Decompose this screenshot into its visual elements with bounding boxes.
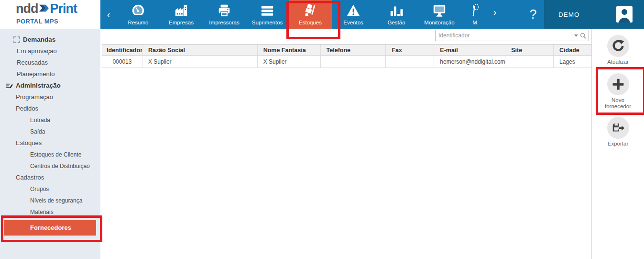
export-button[interactable]: Exportar xyxy=(599,117,637,147)
nav-label: Suprimentos xyxy=(252,20,283,25)
column-header-razao-social[interactable]: Razão Social xyxy=(142,45,258,56)
action-label: Exportar xyxy=(599,141,637,147)
new-supplier-button[interactable]: Novo fornecedor xyxy=(599,73,637,110)
sidebar-item-niveis-de-seguranca[interactable]: Níveis de segurança xyxy=(0,195,100,206)
column-header-cidade[interactable]: Cidade xyxy=(554,45,591,56)
sidebar-item-fornecedores[interactable]: Fornecedores xyxy=(4,220,96,236)
sidebar-item-saida[interactable]: Saída xyxy=(0,126,100,137)
nav-item-estoques[interactable]: Estoques xyxy=(289,0,332,29)
nav-label: Empresas xyxy=(169,20,194,25)
pencil-icon xyxy=(6,82,13,90)
nav-item-m-partial[interactable]: M xyxy=(461,0,489,29)
nav-label: M xyxy=(472,20,477,25)
handtruck-icon xyxy=(303,2,317,19)
nav-item-empresas[interactable]: Empresas xyxy=(160,0,203,29)
action-label: Novo fornecedor xyxy=(599,97,637,110)
cell-cidade: Lages xyxy=(554,56,591,68)
supplies-icon xyxy=(260,2,274,19)
table-header-row: Identificador Razão Social Nome Fantasia… xyxy=(102,45,591,56)
sidebar-item-administracao[interactable]: Administração xyxy=(0,80,100,91)
sidebar-item-estoques-de-cliente[interactable]: Estoques de Cliente xyxy=(0,149,100,160)
nav-label: Gestão xyxy=(387,20,405,25)
suppliers-table: Identificador Razão Social Nome Fantasia… xyxy=(102,44,591,68)
nav-label: Estoques xyxy=(299,20,322,25)
cell-nome-fantasia: X Suplier xyxy=(258,56,321,68)
help-button[interactable]: ? xyxy=(522,0,544,29)
column-header-email[interactable]: E-mail xyxy=(434,45,505,56)
sidebar-item-programacao[interactable]: Programação xyxy=(0,91,100,103)
warning-icon xyxy=(346,2,360,19)
cell-email: hemerson@nddigital.com.br xyxy=(434,56,505,68)
column-header-fax[interactable]: Fax xyxy=(386,45,434,56)
monitor-icon xyxy=(432,2,447,19)
nav-item-impressoras[interactable]: Impressoras xyxy=(203,0,246,29)
column-header-identificador[interactable]: Identificador xyxy=(102,45,142,56)
sidebar-item-recusadas[interactable]: Recusadas xyxy=(0,57,100,68)
brand-logo: ndd Print PORTAL MPS xyxy=(0,0,100,29)
nav-item-resumo[interactable]: Resumo xyxy=(117,0,160,29)
cell-fax xyxy=(386,56,434,68)
printer-icon xyxy=(217,2,231,19)
brand-chevron-icon xyxy=(39,3,49,15)
main-nav: ‹ Resumo xyxy=(100,0,644,29)
cell-razao-social: X Suplier xyxy=(142,56,258,68)
factory-icon xyxy=(174,2,188,19)
sidebar-item-planejamento[interactable]: Planejamento xyxy=(0,68,100,80)
nav-item-gestao[interactable]: Gestão xyxy=(375,0,418,29)
sidebar-item-grupos[interactable]: Grupos xyxy=(0,183,100,195)
avatar-head xyxy=(622,9,627,15)
search-icon xyxy=(580,33,586,39)
environment-label: DEMO xyxy=(544,11,580,18)
column-header-telefone[interactable]: Telefone xyxy=(321,45,386,56)
user-avatar[interactable] xyxy=(616,6,633,23)
search-input[interactable] xyxy=(436,30,571,41)
nav-user-section: DEMO xyxy=(544,0,644,29)
top-bar: ndd Print PORTAL MPS ‹ xyxy=(0,0,644,29)
sidebar-item-estoques[interactable]: Estoques xyxy=(0,137,100,149)
cell-site xyxy=(505,56,554,68)
sidebar-item-materiais[interactable]: Materiais xyxy=(0,206,100,218)
plus-icon xyxy=(611,78,625,91)
refresh-icon xyxy=(611,39,625,53)
action-panel: Atualizar Novo fornecedor xyxy=(591,29,644,259)
partial-icon xyxy=(469,2,481,19)
search-box xyxy=(435,30,589,41)
nav-item-monitoracao[interactable]: Monitoração xyxy=(418,0,461,29)
chevron-down-icon xyxy=(574,34,578,37)
sidebar-item-entrada[interactable]: Entrada xyxy=(0,114,100,126)
table-row[interactable]: 000013 X Suplier X Suplier hemerson@nddi… xyxy=(102,56,591,68)
sidebar-item-centros-de-distribuicao[interactable]: Centros de Distribuição xyxy=(0,160,100,172)
nav-item-suprimentos[interactable]: Suprimentos xyxy=(246,0,289,29)
brand-subtitle: PORTAL MPS xyxy=(16,18,58,25)
checkbox-icon xyxy=(13,36,20,43)
brand-name-blue: Print xyxy=(50,1,77,16)
search-button[interactable] xyxy=(571,30,589,41)
nav-collapse-chevron[interactable]: ‹ xyxy=(100,0,117,29)
brand-name-gray: ndd xyxy=(16,1,38,16)
refresh-button[interactable]: Atualizar xyxy=(599,35,637,65)
nav-label: Eventos xyxy=(343,20,363,25)
gauge-icon xyxy=(131,2,145,19)
column-header-nome-fantasia[interactable]: Nome Fantasia xyxy=(258,45,321,56)
action-label: Atualizar xyxy=(599,59,637,65)
sidebar-item-pedidos[interactable]: Pedidos xyxy=(0,103,100,114)
sidebar-item-cadastros[interactable]: Cadastros xyxy=(0,172,100,183)
sidebar-item-em-aprovacao[interactable]: Em aprovação xyxy=(0,45,100,57)
portal-mps-window: ndd Print PORTAL MPS ‹ xyxy=(0,0,644,259)
barchart-icon xyxy=(389,2,404,19)
cell-identificador: 000013 xyxy=(102,56,142,68)
avatar-bust xyxy=(619,18,630,23)
column-header-site[interactable]: Site xyxy=(505,45,554,56)
nav-more-chevron[interactable]: › xyxy=(489,0,501,29)
nav-item-eventos[interactable]: Eventos xyxy=(332,0,375,29)
cell-telefone xyxy=(321,56,386,68)
nav-label: Monitoração xyxy=(424,20,454,25)
sidebar-menu: Demandas Em aprovação Recusadas Planejam… xyxy=(0,29,100,259)
nav-label: Resumo xyxy=(128,20,149,25)
export-icon xyxy=(611,121,625,135)
sidebar-item-demandas[interactable]: Demandas xyxy=(0,34,100,45)
nav-label: Impressoras xyxy=(209,20,239,25)
